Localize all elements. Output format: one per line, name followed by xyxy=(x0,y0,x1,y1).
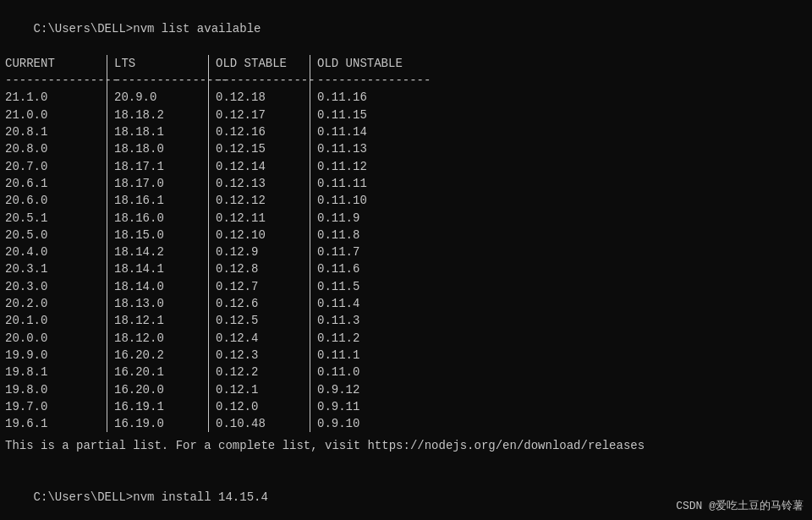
cell-old-stable: 0.12.5 xyxy=(208,312,310,329)
cell-old-stable: 0.12.0 xyxy=(208,398,310,415)
cell-old-unstable: 0.9.12 xyxy=(310,381,420,398)
table-row: 20.0.0 18.12.0 0.12.4 0.11.2 xyxy=(5,330,807,347)
cell-lts: 18.14.0 xyxy=(107,278,208,295)
cell-current: 19.7.0 xyxy=(5,398,107,415)
command-line-1: C:\Users\DELL>nvm list available xyxy=(5,3,807,55)
cell-old-stable: 0.12.10 xyxy=(208,227,310,244)
cell-current: 19.9.0 xyxy=(5,347,107,364)
table-row: 20.1.0 18.12.1 0.12.5 0.11.3 xyxy=(5,312,807,329)
table-row: 19.7.0 16.19.1 0.12.0 0.9.11 xyxy=(5,398,807,415)
cell-old-stable: 0.12.3 xyxy=(208,347,310,364)
table-row: 20.6.0 18.16.1 0.12.12 0.11.10 xyxy=(5,192,807,209)
header-old-unstable: OLD UNSTABLE xyxy=(310,55,420,72)
table-row: 20.8.1 18.18.1 0.12.16 0.11.14 xyxy=(5,123,807,140)
cell-old-unstable: 0.11.9 xyxy=(310,210,420,227)
cell-current: 20.0.0 xyxy=(5,330,107,347)
cell-old-stable: 0.12.7 xyxy=(208,278,310,295)
cell-lts: 18.13.0 xyxy=(107,295,208,312)
cell-old-unstable: 0.11.15 xyxy=(310,107,420,123)
cell-lts: 18.16.1 xyxy=(107,192,208,209)
sep-old-unstable: ---------------- xyxy=(310,72,420,89)
table-row: 20.6.1 18.17.0 0.12.13 0.11.11 xyxy=(5,175,807,192)
table-row: 20.3.1 18.14.1 0.12.8 0.11.6 xyxy=(5,260,807,277)
cell-old-stable: 0.12.13 xyxy=(208,175,310,192)
cell-lts: 18.12.1 xyxy=(107,312,208,329)
nvm-table: CURRENT LTS OLD STABLE OLD UNSTABLE ----… xyxy=(5,55,807,433)
cell-old-stable: 0.12.6 xyxy=(208,295,310,312)
cell-old-unstable: 0.11.2 xyxy=(310,330,420,347)
cell-lts: 16.20.1 xyxy=(107,364,208,380)
cell-old-unstable: 0.9.10 xyxy=(310,415,420,432)
prompt-2: C:\Users\DELL> xyxy=(34,490,134,504)
cell-old-stable: 0.12.9 xyxy=(208,244,310,260)
table-row: 20.8.0 18.18.0 0.12.15 0.11.13 xyxy=(5,140,807,157)
command-2-text: nvm install 14.15.4 xyxy=(133,490,268,504)
cell-current: 19.8.0 xyxy=(5,381,107,398)
cell-old-unstable: 0.11.6 xyxy=(310,260,420,277)
cell-lts: 18.17.0 xyxy=(107,175,208,192)
header-old-stable: OLD STABLE xyxy=(208,55,310,72)
cell-old-stable: 0.12.18 xyxy=(208,89,310,106)
cell-current: 20.6.0 xyxy=(5,192,107,209)
cell-old-stable: 0.12.15 xyxy=(208,140,310,157)
cell-old-unstable: 0.11.1 xyxy=(310,347,420,364)
cell-old-stable: 0.12.14 xyxy=(208,158,310,175)
cell-current: 20.5.0 xyxy=(5,227,107,244)
cell-old-stable: 0.12.17 xyxy=(208,107,310,123)
cell-lts: 18.15.0 xyxy=(107,227,208,244)
cell-old-unstable: 0.11.12 xyxy=(310,158,420,175)
cell-old-unstable: 0.11.13 xyxy=(310,140,420,157)
sep-old-stable: -------------- xyxy=(208,72,310,89)
cell-old-stable: 0.12.8 xyxy=(208,260,310,277)
cell-old-stable: 0.12.11 xyxy=(208,210,310,227)
cell-lts: 18.18.1 xyxy=(107,123,208,140)
table-separator: ---------------- ---------------- ------… xyxy=(5,72,807,89)
cell-old-unstable: 0.11.4 xyxy=(310,295,420,312)
table-row: 21.1.0 20.9.0 0.12.18 0.11.16 xyxy=(5,89,807,106)
cell-old-unstable: 0.9.11 xyxy=(310,398,420,415)
cell-lts: 20.9.0 xyxy=(107,89,208,106)
cell-old-stable: 0.12.1 xyxy=(208,381,310,398)
cell-current: 19.6.1 xyxy=(5,415,107,432)
cell-old-unstable: 0.11.11 xyxy=(310,175,420,192)
cell-lts: 18.17.1 xyxy=(107,158,208,175)
table-row: 20.5.1 18.16.0 0.12.11 0.11.9 xyxy=(5,210,807,227)
cell-current: 20.1.0 xyxy=(5,312,107,329)
cell-current: 19.8.1 xyxy=(5,364,107,380)
cell-current: 20.7.0 xyxy=(5,158,107,175)
command-1-text: nvm list available xyxy=(133,22,261,36)
cell-lts: 18.14.2 xyxy=(107,244,208,260)
cell-lts: 16.20.0 xyxy=(107,381,208,398)
cell-current: 20.2.0 xyxy=(5,295,107,312)
cell-old-unstable: 0.11.5 xyxy=(310,278,420,295)
cell-current: 20.5.1 xyxy=(5,210,107,227)
cell-old-unstable: 0.11.16 xyxy=(310,89,420,106)
cell-lts: 18.16.0 xyxy=(107,210,208,227)
cell-current: 20.8.1 xyxy=(5,123,107,140)
cell-lts: 18.12.0 xyxy=(107,330,208,347)
header-lts: LTS xyxy=(107,55,208,72)
table-row: 20.4.0 18.14.2 0.12.9 0.11.7 xyxy=(5,244,807,260)
cell-current: 20.4.0 xyxy=(5,244,107,260)
cell-lts: 16.19.1 xyxy=(107,398,208,415)
table-row: 19.9.0 16.20.2 0.12.3 0.11.1 xyxy=(5,347,807,364)
table-row: 19.6.1 16.19.0 0.10.48 0.9.10 xyxy=(5,415,807,432)
table-row: 20.5.0 18.15.0 0.12.10 0.11.8 xyxy=(5,227,807,244)
cell-lts: 18.14.1 xyxy=(107,260,208,277)
cell-old-stable: 0.12.16 xyxy=(208,123,310,140)
cell-current: 21.1.0 xyxy=(5,89,107,106)
table-row: 19.8.0 16.20.0 0.12.1 0.9.12 xyxy=(5,381,807,398)
cell-lts: 16.20.2 xyxy=(107,347,208,364)
cell-old-unstable: 0.11.7 xyxy=(310,244,420,260)
header-current: CURRENT xyxy=(5,55,107,72)
cell-current: 20.8.0 xyxy=(5,140,107,157)
cell-old-unstable: 0.11.8 xyxy=(310,227,420,244)
sep-lts: ---------------- xyxy=(107,72,208,89)
cell-old-unstable: 0.11.14 xyxy=(310,123,420,140)
prompt-1: C:\Users\DELL> xyxy=(34,22,134,36)
cell-old-stable: 0.10.48 xyxy=(208,415,310,432)
cell-lts: 18.18.2 xyxy=(107,107,208,123)
table-row: 20.2.0 18.13.0 0.12.6 0.11.4 xyxy=(5,295,807,312)
cell-old-stable: 0.12.4 xyxy=(208,330,310,347)
sep-current: ---------------- xyxy=(5,72,107,89)
